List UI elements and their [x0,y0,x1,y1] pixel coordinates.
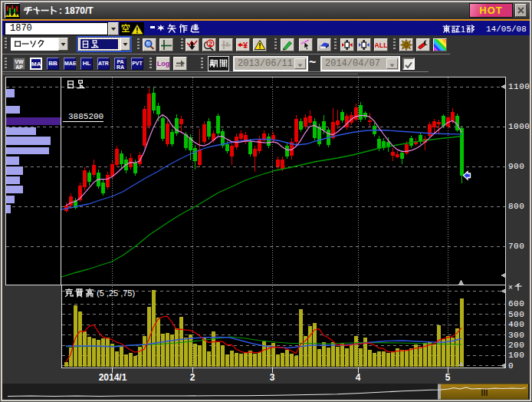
svg-text:: 1870/T: : 1870/T [59,5,94,16]
svg-text:2: 2 [209,40,212,48]
svg-text:Log: Log [157,60,169,68]
svg-text:¥: ¥ [243,41,248,50]
svg-text:(5 ,25 ,75): (5 ,25 ,75) [97,288,135,298]
svg-text:1: 1 [461,25,465,34]
svg-text:×: × [508,283,513,292]
svg-text:ALL: ALL [375,41,387,49]
